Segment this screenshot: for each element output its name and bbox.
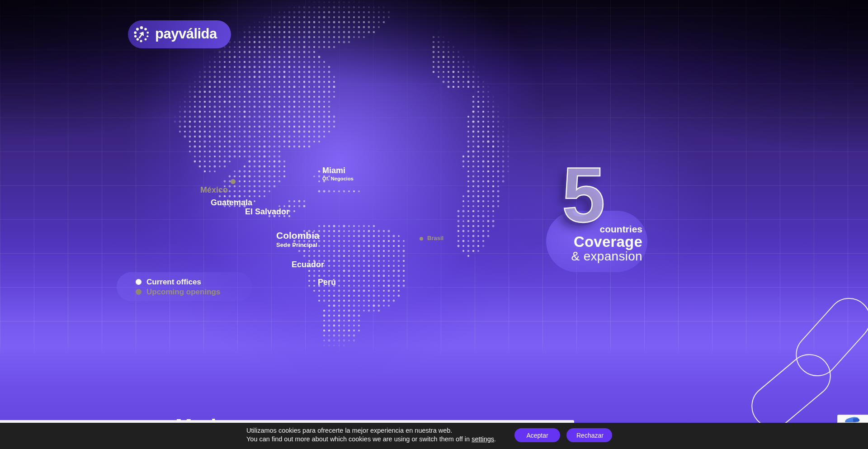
payvalida-landing-page: { "brand": { "logo_text": "payválida" },… bbox=[0, 0, 868, 449]
payvalida-spinner-icon bbox=[133, 26, 150, 43]
stats-title: Coverage bbox=[571, 234, 642, 250]
reject-cookies-button[interactable]: Rechazar bbox=[566, 428, 612, 442]
map-label-miami: MiamiOf. Negocios bbox=[322, 166, 354, 181]
stats-subtitle: & expansion bbox=[571, 250, 642, 263]
map-label-méxico: México bbox=[200, 186, 228, 194]
legend-label-current: Current offices bbox=[146, 278, 201, 286]
stats-number: 5 bbox=[562, 156, 605, 233]
map-label-colombia: ColombiaSede Principal bbox=[276, 231, 320, 248]
map-legend: Current offices Upcoming openings bbox=[117, 272, 252, 301]
current-office-dot-icon bbox=[136, 279, 142, 285]
accept-cookies-button[interactable]: Aceptar bbox=[514, 428, 560, 442]
map-label-guatemala: Guatemala bbox=[211, 199, 252, 207]
map-marker-dot-upcoming bbox=[231, 179, 236, 184]
cookie-consent-bar: Utilizamos cookies para ofrecerte la mej… bbox=[0, 423, 868, 449]
map-label-ecuador: Ecuador bbox=[292, 260, 324, 269]
upcoming-opening-dot-icon bbox=[136, 289, 142, 295]
legend-row-upcoming: Upcoming openings bbox=[136, 288, 252, 296]
dark-vignette bbox=[0, 0, 868, 449]
map-label-el-salvador: El Salvador bbox=[245, 208, 289, 216]
map-label-brasil: Brasil bbox=[427, 235, 443, 241]
map-sublabel: Sede Principal bbox=[276, 242, 320, 248]
legend-row-current: Current offices bbox=[136, 278, 252, 286]
cookie-line1: Utilizamos cookies para ofrecerte la mej… bbox=[246, 427, 452, 434]
recaptcha-icon bbox=[844, 416, 859, 423]
cookie-line2: You can find out more about which cookie… bbox=[246, 435, 472, 443]
cookie-line2-suffix: . bbox=[494, 435, 496, 443]
map-marker-dot-upcoming bbox=[420, 237, 423, 241]
legend-label-upcoming: Upcoming openings bbox=[146, 288, 220, 296]
stats-countries-label: countries bbox=[571, 224, 642, 234]
logo-text: payválida bbox=[155, 26, 217, 43]
map-sublabel: Of. Negocios bbox=[322, 176, 354, 181]
logo[interactable]: payválida bbox=[128, 20, 231, 48]
map-label-perú: Perú bbox=[318, 278, 336, 286]
cookie-message: Utilizamos cookies para ofrecerte la mej… bbox=[246, 426, 496, 444]
cookie-settings-link[interactable]: settings bbox=[472, 435, 494, 443]
recaptcha-badge[interactable] bbox=[837, 415, 868, 423]
stats-text: countries Coverage & expansion bbox=[571, 224, 642, 263]
